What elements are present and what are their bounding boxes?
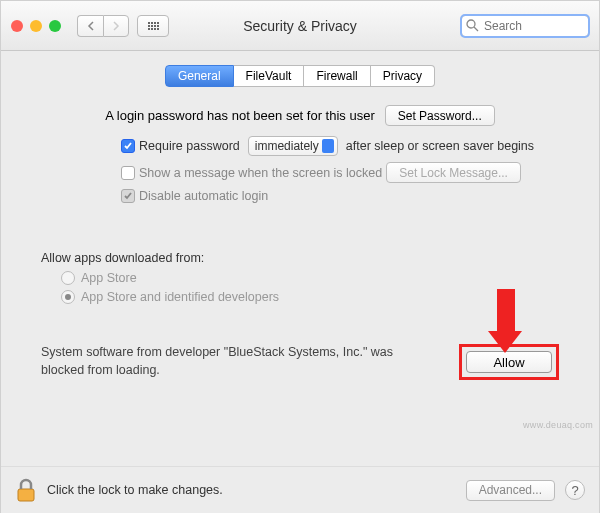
allow-apps-heading: Allow apps downloaded from: [41,251,569,265]
tab-general[interactable]: General [165,65,234,87]
search-icon [466,19,479,32]
lock-hint-text: Click the lock to make changes. [47,483,223,497]
radio-identified-developers [61,290,75,304]
forward-button[interactable] [103,15,129,37]
prefs-window: Security & Privacy General FileVault Fir… [0,0,600,513]
lock-icon[interactable] [15,477,37,503]
nav-buttons [77,15,129,37]
search-field-wrap [461,15,589,37]
require-password-row: Require password immediately after sleep… [121,136,569,156]
require-password-label-pre: Require password [139,139,240,153]
radio-app-store-label: App Store [81,271,137,285]
password-status-row: A login password has not been set for th… [31,105,569,126]
require-password-label-post: after sleep or screen saver begins [346,139,534,153]
disable-auto-login-checkbox[interactable] [121,189,135,203]
grid-icon [148,22,159,30]
tab-privacy[interactable]: Privacy [371,65,435,87]
svg-point-0 [467,20,475,28]
content-area: General FileVault Firewall Privacy A log… [1,51,599,466]
back-button[interactable] [77,15,103,37]
timing-dropdown[interactable]: immediately [248,136,338,156]
allow-button[interactable]: Allow [466,351,552,373]
svg-line-1 [474,27,478,31]
radio-app-store [61,271,75,285]
window-controls [11,20,61,32]
set-lock-message-button: Set Lock Message... [386,162,521,183]
annotation-arrow-icon [488,289,523,353]
tab-filevault[interactable]: FileVault [234,65,305,87]
show-all-button[interactable] [137,15,169,37]
window-title: Security & Privacy [243,18,357,34]
toolbar: Security & Privacy [1,1,599,51]
close-icon[interactable] [11,20,23,32]
password-status-text: A login password has not been set for th… [105,108,375,123]
advanced-button[interactable]: Advanced... [466,480,555,501]
set-password-button[interactable]: Set Password... [385,105,495,126]
show-message-label: Show a message when the screen is locked [139,166,382,180]
blocked-software-text: System software from developer "BlueStac… [41,344,439,379]
tab-bar: General FileVault Firewall Privacy [31,65,569,87]
footer-bar: Click the lock to make changes. Advanced… [1,466,599,513]
show-message-row: Show a message when the screen is locked… [121,162,569,183]
zoom-icon[interactable] [49,20,61,32]
require-password-checkbox[interactable] [121,139,135,153]
minimize-icon[interactable] [30,20,42,32]
watermark-text: www.deuaq.com [523,420,593,430]
search-input[interactable] [461,15,589,37]
radio-app-store-row: App Store [61,271,569,285]
radio-identified-label: App Store and identified developers [81,290,279,304]
disable-auto-login-label: Disable automatic login [139,189,268,203]
disable-auto-login-row: Disable automatic login [121,189,569,203]
tab-firewall[interactable]: Firewall [304,65,370,87]
blocked-software-row: System software from developer "BlueStac… [41,344,559,380]
svg-rect-2 [18,489,34,501]
help-button[interactable]: ? [565,480,585,500]
show-message-checkbox[interactable] [121,166,135,180]
